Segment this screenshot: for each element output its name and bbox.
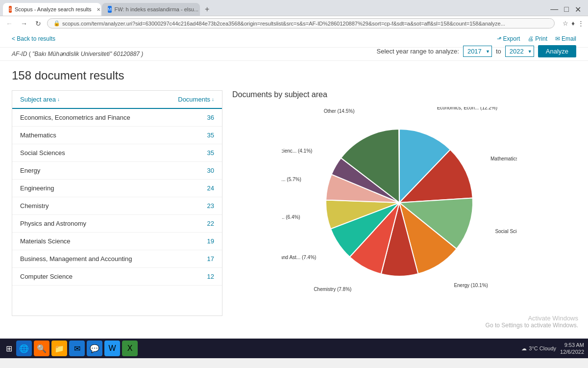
pie-label-8: Business, Manag... (5.7%) [282, 177, 301, 182]
pie-label-5: Chemistry (7.8%) [314, 287, 351, 292]
row-count: 35 [207, 149, 214, 157]
row-subject-label: Engineering [20, 184, 54, 192]
taskbar-search-icon[interactable]: 🔍 [34, 341, 49, 356]
table-row[interactable]: Energy30 [12, 162, 222, 180]
email-button[interactable]: ✉ Email [555, 35, 576, 42]
taskbar-excel-icon[interactable]: X [122, 341, 138, 356]
maximize-button[interactable]: □ [564, 5, 569, 14]
table-row[interactable]: Chemistry23 [12, 197, 222, 215]
pie-label-7: Materials Scien... (6.4%) [282, 214, 300, 220]
row-subject-label: Computer Science [20, 273, 73, 280]
table-row[interactable]: Social Sciences35 [12, 144, 222, 162]
bookmark-icon[interactable]: ☆ [563, 20, 568, 27]
tab-scopus-label: Scopus - Analyze search results [15, 6, 92, 12]
row-subject-label: Energy [20, 167, 40, 174]
taskbar-right: ☁ 3°C Cloudy 9:53 AM 12/6/2022 [521, 342, 584, 356]
af-id-value: "Bakı Mühəndislik Universiteti" 60120887… [32, 51, 143, 57]
print-button[interactable]: 🖨 Print [528, 35, 547, 42]
row-count: 23 [207, 202, 214, 210]
taskbar: ⊞ 🌐 🔍 📁 ✉ 💬 W X ☁ 3°C Cloudy 9:53 AM 12/… [0, 339, 588, 358]
row-count: 12 [207, 273, 214, 280]
time-text: 9:53 AM [560, 342, 584, 348]
table-row[interactable]: Physics and Astronomy22 [12, 215, 222, 233]
pie-label-9: Computer Scienc... (4.1%) [282, 148, 312, 154]
row-subject-label: Business, Management and Accounting [20, 255, 132, 263]
new-tab-button[interactable]: + [201, 3, 213, 15]
taskbar-word-icon[interactable]: W [104, 341, 120, 356]
weather-display: ☁ 3°C Cloudy [521, 345, 556, 352]
row-count: 22 [207, 220, 214, 227]
chart-title: Documents by subject area [232, 90, 566, 99]
subject-column-header[interactable]: Subject area [20, 96, 60, 103]
page-content: Back to results ⬏ Export 🖨 Print ✉ Email… [0, 30, 588, 339]
taskbar-mail-icon[interactable]: ✉ [69, 341, 85, 356]
weather-text: 3°C Cloudy [529, 345, 556, 351]
address-bar[interactable]: 🔒 scopus.com/term/analyzer.uri?sid=63000… [47, 18, 555, 28]
subject-table: Subject area Documents Economics, Econom… [12, 90, 222, 316]
print-icon: 🖨 [528, 35, 534, 42]
from-year-select[interactable]: 2017 2018 2019 2020 2021 2022 [463, 46, 492, 57]
header-actions: ⬏ Export 🖨 Print ✉ Email [497, 35, 576, 42]
start-button[interactable]: ⊞ [4, 342, 14, 355]
pie-chart-container: Economics, Econ... (12.2%)Mathematics (1… [282, 107, 517, 293]
tab-bar: S Scopus - Analyze search results ✕ M FW… [0, 0, 588, 16]
mail-favicon: M [108, 6, 112, 13]
table-row[interactable]: Engineering24 [12, 180, 222, 197]
minimize-button[interactable]: — [550, 5, 558, 14]
result-count-title: 158 document results [12, 69, 576, 82]
activate-title: Activate Windows [486, 315, 578, 322]
row-subject-label: Economics, Econometrics and Finance [20, 114, 130, 121]
weather-icon: ☁ [521, 345, 527, 352]
year-range-selector: Select year range to analyze: 2017 2018 … [377, 45, 576, 57]
scopus-favicon: S [9, 6, 12, 13]
row-subject-label: Mathematics [20, 131, 56, 139]
taskbar-folder-icon[interactable]: 📁 [51, 341, 67, 356]
taskbar-teams-icon[interactable]: 💬 [87, 341, 102, 356]
pie-label-2: Social Sciences... (11.8%) [495, 229, 517, 234]
row-count: 36 [207, 114, 214, 121]
row-count: 17 [207, 255, 214, 263]
table-row[interactable]: Computer Science12 [12, 268, 222, 286]
row-subject-label: Physics and Astronomy [20, 220, 86, 227]
to-year-wrapper: 2017 2018 2019 2020 2021 2022 [505, 46, 534, 57]
pie-label-6: Physics and Ast... (7.4%) [282, 255, 316, 260]
export-button[interactable]: ⬏ Export [497, 35, 520, 42]
tab-scopus[interactable]: S Scopus - Analyze search results ✕ [3, 3, 101, 16]
menu-icon[interactable]: ⋮ [578, 20, 584, 27]
close-button[interactable]: ✕ [575, 5, 581, 14]
tab-close-scopus[interactable]: ✕ [97, 7, 100, 12]
table-header: Subject area Documents [12, 91, 222, 109]
chart-panel: Documents by subject area Economics, Eco… [222, 90, 576, 316]
export-icon: ⬏ [497, 35, 502, 42]
year-range-to-label: to [496, 48, 501, 55]
pie-label-1: Mathematics (11.8%) [490, 156, 517, 161]
af-id-label: AF-ID [12, 51, 27, 57]
analyze-button[interactable]: Analyze [538, 45, 576, 57]
table-row[interactable]: Mathematics35 [12, 127, 222, 144]
year-range-label: Select year range to analyze: [377, 48, 459, 55]
table-row[interactable]: Business, Management and Accounting17 [12, 250, 222, 268]
taskbar-edge-icon[interactable]: 🌐 [16, 341, 32, 356]
browser-action-icons: ☆ ♦ ⋮ [559, 20, 584, 27]
row-subject-label: Chemistry [20, 202, 49, 210]
address-text: scopus.com/term/analyzer.uri?sid=6300029… [62, 21, 548, 26]
back-button[interactable]: ← [4, 19, 15, 28]
activate-windows-notice: Activate Windows Go to Settings to activ… [486, 315, 578, 329]
email-icon: ✉ [555, 35, 560, 42]
table-row[interactable]: Materials Science19 [12, 233, 222, 250]
to-year-select[interactable]: 2017 2018 2019 2020 2021 2022 [505, 46, 534, 57]
table-row[interactable]: Economics, Econometrics and Finance36 [12, 109, 222, 127]
tab-mail[interactable]: M FW: h indeks esaslandirma - elsu... ✕ [102, 3, 200, 16]
pie-label-3: Energy (10.1%) [454, 283, 488, 288]
back-to-results-link[interactable]: Back to results [12, 35, 55, 42]
pie-chart-svg: Economics, Econ... (12.2%)Mathematics (1… [282, 107, 517, 293]
pie-label-0: Economics, Econ... (12.2%) [437, 107, 497, 110]
pie-label-10: Other (14.5%) [324, 108, 355, 114]
forward-button[interactable]: → [19, 19, 29, 28]
extension-icon[interactable]: ♦ [571, 20, 575, 27]
refresh-button[interactable]: ↻ [33, 19, 43, 28]
documents-column-header[interactable]: Documents [178, 96, 214, 103]
browser-chrome: S Scopus - Analyze search results ✕ M FW… [0, 0, 588, 30]
row-count: 24 [207, 184, 214, 192]
time-display: 9:53 AM 12/6/2022 [560, 342, 584, 356]
